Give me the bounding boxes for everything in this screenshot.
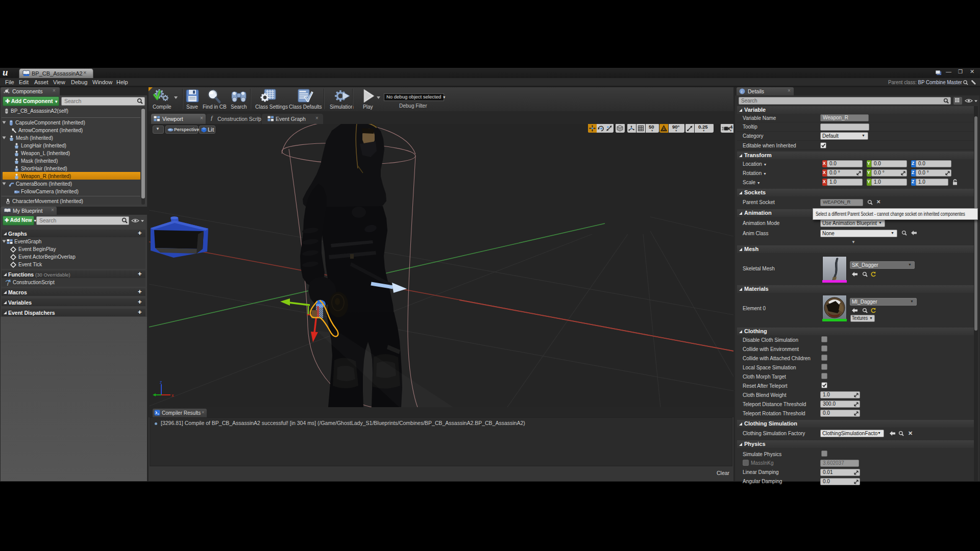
svg-text:x: x	[172, 393, 174, 398]
svg-text:i: i	[741, 89, 742, 94]
svg-text:f: f	[7, 281, 9, 286]
svg-text:z: z	[160, 380, 162, 385]
